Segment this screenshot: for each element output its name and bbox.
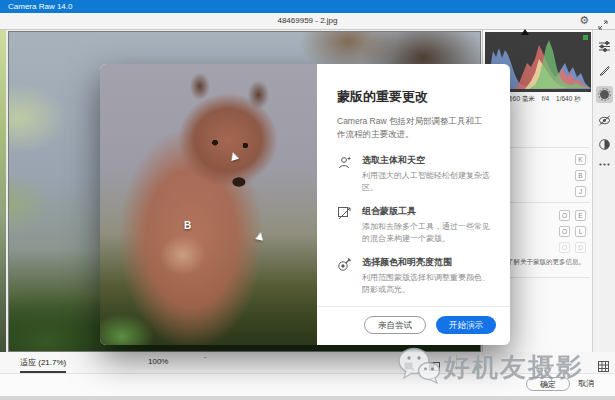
cancel-button[interactable]: 取消	[578, 378, 594, 389]
panel-divider	[501, 202, 589, 203]
red-eye-icon[interactable]	[596, 112, 613, 129]
ok-button[interactable]: 确定	[526, 377, 570, 391]
window-bottom-edge	[0, 396, 615, 400]
select-subject-icon	[337, 154, 353, 194]
combine-masks-icon	[337, 205, 353, 245]
file-name: 48469959 - 2.jpg	[0, 13, 615, 29]
shadow-clipping-indicator[interactable]	[521, 29, 529, 35]
fit-zoom-tab[interactable]: 适应 (21.7%)	[20, 357, 66, 373]
window-title: Camera Raw 14.0	[8, 0, 72, 13]
panel-divider	[501, 147, 589, 148]
feature-desc: 利用强大的人工智能轻松创建复杂选区。	[362, 170, 492, 194]
brush-marker-label: B	[184, 220, 191, 231]
shortcut-badge-j: J	[575, 186, 586, 197]
camera-raw-window: Camera Raw 14.0 48469959 - 2.jpg ⚙ 300@6…	[0, 0, 615, 400]
highlight-clipping-indicator[interactable]	[583, 35, 588, 40]
dialog-divider	[317, 306, 510, 307]
feature-desc: 利用范围蒙版选择和调整重要颜色、阴影或高光。	[362, 272, 492, 296]
shortcut-badge-disabled: O	[559, 242, 570, 253]
dialog-body: 蒙版的重要更改 Camera Raw 包括对局部调整工具和工作流程的主要改进。 …	[317, 64, 510, 345]
feature-title: 组合蒙版工具	[362, 205, 492, 218]
more-options-icon[interactable]	[596, 156, 613, 173]
dialog-intro: Camera Raw 包括对局部调整工具和工作流程的主要改进。	[337, 115, 489, 141]
shortcut-badge: O	[559, 210, 570, 221]
feature-desc: 添加和去除多个工具，通过一些常见的混合来构建一个蒙版。	[362, 221, 492, 245]
try-yourself-button[interactable]: 亲自尝试	[364, 316, 426, 335]
shortcut-badge-k: K	[575, 154, 586, 165]
color-range-icon	[337, 256, 353, 296]
dialog-fox-preview-image: B	[100, 64, 317, 345]
shortcut-badge-b: B	[575, 170, 586, 181]
shortcut-badge: O	[559, 226, 570, 237]
feature-title: 选取主体和天空	[362, 154, 492, 167]
healing-brush-icon[interactable]	[596, 62, 613, 79]
file-bar: 48469959 - 2.jpg ⚙	[0, 13, 615, 30]
tool-strip	[592, 30, 615, 352]
title-bar: Camera Raw 14.0	[0, 0, 615, 13]
toolbar-divider	[456, 355, 457, 370]
settings-gear-icon[interactable]: ⚙	[579, 14, 589, 27]
mask-more-info-link[interactable]: 了解关于蒙版的更多信息。	[507, 258, 591, 266]
shortcut-badge-disabled: D	[575, 242, 586, 253]
start-demo-button[interactable]: 开始演示	[436, 316, 496, 335]
mask-pin-icon[interactable]	[229, 151, 239, 161]
desktop-background-strip	[0, 30, 6, 396]
feature-color-range: 选择颜色和明亮度范围 利用范围蒙版选择和调整重要颜色、阴影或高光。	[337, 256, 492, 296]
panel-divider	[501, 277, 589, 278]
shortcut-badge: E	[575, 210, 586, 221]
shortcut-badge: L	[575, 226, 586, 237]
feature-select-subject: 选取主体和天空 利用强大的人工智能轻松创建复杂选区。	[337, 154, 492, 194]
presets-icon[interactable]	[596, 136, 613, 153]
zoom-bar: 适应 (21.7%) 100% ˇ	[0, 352, 615, 374]
masking-tool-icon[interactable]	[596, 86, 613, 103]
mask-pin-icon[interactable]	[255, 231, 264, 240]
footer-bar: 确定 取消	[0, 374, 615, 396]
chevron-down-icon[interactable]: ˇ	[204, 356, 206, 363]
feature-title: 选择颜色和明亮度范围	[362, 256, 492, 269]
zoom-level-select[interactable]: 100%	[148, 357, 168, 366]
exif-aperture: f/4	[542, 95, 549, 104]
dialog-title: 蒙版的重要更改	[337, 88, 492, 106]
feature-combine-masks: 组合蒙版工具 添加和去除多个工具，通过一些常见的混合来构建一个蒙版。	[337, 205, 492, 245]
edit-sliders-icon[interactable]	[596, 38, 613, 55]
mask-changes-dialog: B 蒙版的重要更改 Camera Raw 包括对局部调整工具和工作流程的主要改进…	[100, 64, 510, 345]
exif-shutter: 1/640 秒	[556, 95, 581, 104]
